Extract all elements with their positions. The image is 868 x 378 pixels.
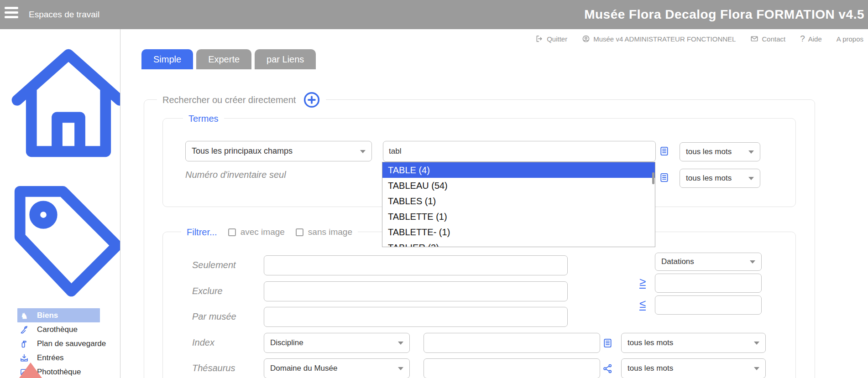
inbox-download-icon [20, 353, 29, 362]
sidebar-item[interactable]: Bases [0, 171, 120, 308]
sidebar-item[interactable]: ♞ Biens [17, 308, 100, 322]
autocomplete-item[interactable]: TABLIER (2) [382, 240, 655, 247]
chevron-down-icon [748, 150, 754, 154]
sidebar: Général Bases ♞ Biens Carothèque Plan de… [0, 29, 120, 378]
sans-image-checkbox[interactable] [296, 228, 303, 236]
app-title: Musée Flora Decalog Flora FORMATION v4.5 [584, 0, 864, 29]
chevron-down-icon [754, 367, 759, 370]
home-icon [0, 35, 120, 171]
share-nodes-icon[interactable] [602, 363, 613, 374]
thesaurus-field-select[interactable]: Domaine du Musée [264, 358, 410, 378]
apropos-link[interactable]: A propos [837, 35, 863, 43]
sidebar-item[interactable]: Photothèque [0, 365, 120, 378]
autocomplete-item[interactable]: TABLETTE (1) [382, 209, 655, 224]
index-word-mode-select[interactable]: tous les mots [621, 333, 766, 353]
date-from-input[interactable] [655, 274, 762, 293]
contact-link[interactable]: Contact [750, 35, 785, 43]
chevron-down-icon [360, 150, 366, 153]
word-mode-select-2[interactable]: tous les mots [680, 169, 760, 188]
aide-link[interactable]: ? Aide [800, 34, 822, 44]
field-scope-select[interactable]: Tous les principaux champs [185, 141, 372, 161]
index-label: Index [192, 337, 214, 348]
sidebar-item[interactable]: Carothèque [0, 322, 120, 337]
inventory-number-label: Numéro d'inventaire seul [185, 170, 286, 180]
mail-icon [750, 35, 758, 43]
chevron-down-icon [750, 260, 755, 264]
greater-equal-symbol: ≥ [639, 276, 646, 289]
sidebar-item-list: Général Bases ♞ Biens Carothèque Plan de… [0, 35, 120, 378]
fire-extinguisher-icon [20, 339, 29, 348]
sidebar-item[interactable]: Entrées [0, 351, 120, 365]
date-to-input[interactable] [655, 295, 762, 315]
autocomplete-scrollbar-thumb[interactable] [652, 172, 654, 184]
autocomplete-item[interactable]: TABLE (4) [382, 162, 655, 178]
question-mark-icon: ? [800, 34, 805, 44]
autocomplete-list: TABLE (4) TABLEAU (54) TABLES (1) TABLET… [382, 162, 655, 247]
search-mode-tab[interactable]: Simple [141, 49, 193, 69]
term-search-input[interactable] [383, 141, 656, 162]
create-record-button[interactable] [303, 91, 320, 109]
user-circle-icon [582, 35, 590, 43]
sidebar-item-label: Biens [37, 311, 58, 320]
search-mode-tab[interactable]: par Liens [255, 49, 316, 69]
sidebar-item-label: Photothèque [37, 368, 81, 377]
exit-icon [535, 35, 544, 43]
app-root: Espaces de travail Musée Flora Decalog F… [0, 0, 868, 378]
svg-text:♞: ♞ [21, 311, 28, 320]
quitter-link[interactable]: Quitter [535, 35, 567, 43]
thesaurus-value-input[interactable] [424, 358, 600, 378]
seulement-label: Seulement [192, 260, 236, 270]
filter-legend: Filtrer... [187, 227, 217, 238]
thesaurus-word-mode-select[interactable]: tous les mots [621, 358, 766, 378]
search-mode-tabs: Simple Experte par Liens [141, 49, 316, 69]
index-value-input[interactable] [424, 333, 600, 353]
chevron-down-icon [398, 367, 403, 370]
datations-select[interactable]: Datations [655, 253, 762, 271]
term-autocomplete-dropdown: TABLE (4) TABLEAU (54) TABLES (1) TABLET… [382, 162, 655, 247]
seulement-input[interactable] [264, 255, 568, 275]
autocomplete-item[interactable]: TABLES (1) [382, 193, 655, 209]
search-create-legend: Rechercher ou créer directement [162, 95, 296, 105]
user-menu[interactable]: Musée v4 ADMINISTRATEUR FONCTIONNEL [582, 35, 736, 43]
top-bar: Espaces de travail Musée Flora Decalog F… [0, 0, 868, 29]
word-mode-select-1[interactable]: tous les mots [680, 142, 760, 161]
tag-icon [0, 171, 120, 308]
exclure-label: Exclure [192, 286, 223, 296]
exclure-input[interactable] [264, 281, 568, 301]
chevron-down-icon [748, 177, 754, 180]
chess-knight-icon: ♞ [20, 311, 29, 320]
sidebar-item-label: Plan de sauvegarde [37, 339, 106, 348]
chevron-down-icon [754, 342, 759, 345]
avec-image-checkbox[interactable] [228, 228, 236, 236]
sidebar-item[interactable]: Plan de sauvegarde [0, 337, 120, 351]
par-musee-input[interactable] [264, 307, 568, 327]
index-book-icon[interactable] [659, 146, 669, 156]
thesaurus-label: Thésaurus [192, 363, 235, 373]
search-mode-tab[interactable]: Experte [196, 49, 251, 69]
workspace-label: Espaces de travail [29, 0, 99, 29]
chevron-down-icon [398, 342, 403, 345]
autocomplete-item[interactable]: TABLEAU (54) [382, 178, 655, 193]
par-musee-label: Par musée [192, 311, 236, 322]
top-right-nav: Quitter Musée v4 ADMINISTRATEUR FONCTION… [535, 34, 863, 44]
sidebar-item-label: Entrées [37, 353, 64, 362]
index-book-icon[interactable] [659, 172, 669, 183]
sidebar-item[interactable]: Général [0, 35, 120, 171]
avec-image-label: avec image [241, 227, 285, 237]
decalog-logo-triangle [19, 362, 42, 378]
termes-legend: Termes [183, 113, 224, 124]
index-book-icon[interactable] [602, 338, 613, 348]
index-field-select[interactable]: Discipline [264, 333, 410, 353]
carrot-icon [20, 325, 29, 334]
sidebar-item-label: Carothèque [37, 325, 78, 334]
less-equal-symbol: ≤ [639, 298, 646, 311]
filter-panel: Filtrer... avec image sans image Seuleme… [162, 232, 796, 378]
sans-image-label: sans image [308, 227, 352, 237]
hamburger-menu-icon[interactable] [5, 7, 18, 22]
autocomplete-item[interactable]: TABLETTE- (1) [382, 224, 655, 240]
